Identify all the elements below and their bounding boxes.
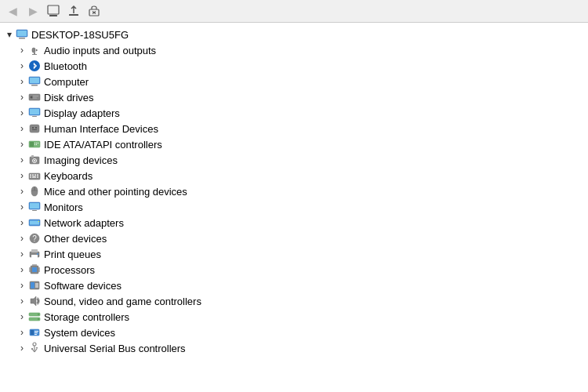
svg-rect-24 — [32, 127, 34, 129]
label-root: DESKTOP-18SU5FG — [31, 29, 129, 41]
expand-arrow-usb[interactable]: › — [16, 342, 28, 354]
icon-processors — [28, 263, 41, 276]
svg-point-37 — [34, 160, 35, 162]
svg-rect-19 — [33, 98, 37, 99]
expand-arrow-processors[interactable]: › — [16, 263, 28, 276]
expand-arrow-keyboards[interactable]: › — [16, 169, 28, 182]
expand-arrow-system[interactable]: › — [16, 326, 28, 339]
svg-marker-76 — [31, 296, 36, 306]
icon-usb — [28, 342, 41, 354]
tree-item-other[interactable]: ›?Other devices — [0, 230, 588, 246]
expand-arrow-root[interactable]: ▾ — [3, 28, 16, 41]
icon-mice — [28, 185, 41, 198]
expand-arrow-mice[interactable]: › — [16, 185, 28, 198]
expand-arrow-network[interactable]: › — [16, 216, 28, 229]
icon-ide — [28, 138, 41, 151]
tree-item-computer[interactable]: ›Computer — [0, 74, 588, 89]
tree-item-system[interactable]: ›System devices — [0, 325, 588, 340]
svg-rect-33 — [36, 144, 37, 145]
svg-rect-2 — [69, 14, 78, 16]
expand-arrow-hid[interactable]: › — [16, 122, 28, 135]
label-ide: IDE ATA/ATAPI controllers — [44, 139, 162, 151]
label-bluetooth: Bluetooth — [44, 60, 87, 72]
icon-imaging — [28, 154, 41, 166]
icon-monitors — [28, 201, 41, 213]
tree-item-imaging[interactable]: ›Imaging devices — [0, 152, 588, 168]
tree-item-ide[interactable]: ›IDE ATA/ATAPI controllers — [0, 136, 588, 152]
tree-item-processors[interactable]: ›Processors — [0, 262, 588, 278]
svg-rect-40 — [32, 175, 34, 176]
expand-arrow-storage[interactable]: › — [16, 310, 28, 323]
svg-rect-57 — [31, 249, 38, 252]
svg-rect-83 — [34, 331, 38, 332]
back-button[interactable]: ◀ — [4, 2, 21, 20]
tree-item-root[interactable]: ▾DESKTOP-18SU5FG — [0, 27, 588, 42]
label-print: Print queues — [44, 249, 101, 260]
label-disk: Disk drives — [44, 92, 94, 103]
label-monitors: Monitors — [44, 201, 83, 213]
svg-rect-1 — [49, 15, 57, 16]
svg-point-86 — [33, 343, 36, 346]
svg-rect-29 — [34, 143, 35, 143]
svg-rect-14 — [31, 85, 38, 86]
expand-arrow-monitors[interactable]: › — [16, 201, 28, 213]
icon-bluetooth — [28, 60, 41, 72]
tree-item-sound[interactable]: ›Sound, video and game controllers — [0, 293, 588, 309]
expand-arrow-imaging[interactable]: › — [16, 154, 28, 166]
tree-item-print[interactable]: ›Print queues — [0, 246, 588, 262]
svg-rect-8 — [17, 31, 27, 36]
svg-rect-44 — [32, 176, 36, 178]
expand-arrow-other[interactable]: › — [16, 232, 28, 245]
tree-item-hid[interactable]: ›Human Interface Devices — [0, 121, 588, 136]
svg-rect-21 — [30, 109, 39, 114]
icon-keyboards — [28, 169, 41, 182]
expand-arrow-software[interactable]: › — [16, 279, 28, 292]
expand-arrow-print[interactable]: › — [16, 248, 28, 260]
expand-arrow-computer[interactable]: › — [16, 75, 28, 88]
icon-network — [28, 216, 41, 229]
label-usb: Universal Serial Bus controllers — [44, 343, 186, 354]
expand-arrow-audio[interactable]: › — [16, 44, 28, 56]
svg-rect-18 — [33, 96, 38, 96]
tree-item-network[interactable]: ›Network adapters — [0, 215, 588, 230]
svg-point-79 — [38, 314, 39, 315]
expand-arrow-disk[interactable]: › — [16, 91, 28, 103]
label-mice: Mice and other pointing devices — [44, 186, 187, 198]
svg-rect-7 — [19, 38, 25, 39]
expand-arrow-sound[interactable]: › — [16, 295, 28, 307]
tree-item-display[interactable]: ›Display adapters — [0, 105, 588, 121]
uninstall-button[interactable] — [85, 2, 103, 20]
forward-button[interactable]: ▶ — [24, 2, 42, 20]
tree-container: ▾DESKTOP-18SU5FG›Audio inputs and output… — [0, 23, 588, 390]
tree-item-monitors[interactable]: ›Monitors — [0, 199, 588, 215]
label-audio: Audio inputs and outputs — [44, 45, 156, 56]
svg-rect-85 — [34, 334, 37, 335]
expand-arrow-bluetooth[interactable]: › — [16, 60, 28, 72]
svg-rect-22 — [32, 116, 37, 117]
svg-rect-11 — [32, 54, 37, 55]
svg-rect-84 — [34, 332, 38, 333]
tree-item-disk[interactable]: ›Disk drives — [0, 89, 588, 105]
tree-item-software[interactable]: ›Software devices — [0, 278, 588, 293]
svg-rect-49 — [30, 203, 39, 209]
label-computer: Computer — [44, 76, 89, 88]
label-display: Display adapters — [44, 107, 120, 119]
svg-rect-43 — [30, 176, 31, 178]
label-software: Software devices — [44, 280, 122, 292]
label-other: Other devices — [44, 233, 107, 245]
tree-item-mice[interactable]: ›Mice and other pointing devices — [0, 183, 588, 199]
label-sound: Sound, video and game controllers — [44, 296, 201, 307]
tree-item-bluetooth[interactable]: ›Bluetooth — [0, 58, 588, 74]
svg-rect-39 — [30, 175, 31, 176]
expand-arrow-ide[interactable]: › — [16, 138, 28, 151]
tree-item-storage[interactable]: ›Storage controllers — [0, 309, 588, 325]
tree-item-audio[interactable]: ›Audio inputs and outputs — [0, 42, 588, 58]
tree-item-usb[interactable]: ›Universal Serial Bus controllers — [0, 340, 588, 356]
label-keyboards: Keyboards — [44, 170, 93, 182]
properties-button[interactable] — [45, 2, 62, 20]
update-driver-button[interactable] — [65, 2, 82, 20]
tree-item-keyboards[interactable]: ›Keyboards — [0, 168, 588, 183]
svg-point-17 — [31, 96, 33, 99]
svg-rect-58 — [31, 255, 38, 258]
expand-arrow-display[interactable]: › — [16, 107, 28, 119]
